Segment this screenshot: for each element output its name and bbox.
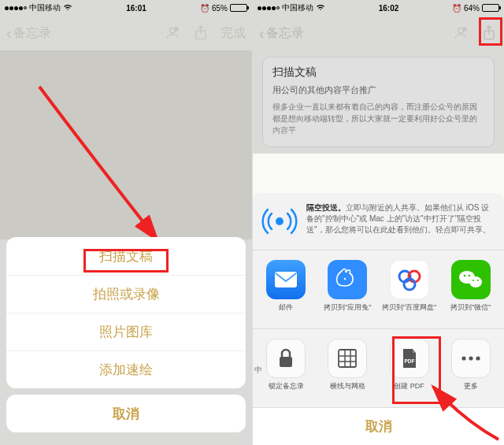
svg-point-21 bbox=[461, 356, 465, 360]
wifi-icon bbox=[63, 4, 72, 13]
action-label: 更多 bbox=[443, 382, 498, 399]
nav-bar: ‹ 备忘录 完成 bbox=[0, 16, 252, 50]
person-add-icon[interactable] bbox=[164, 24, 181, 42]
rabbit-icon bbox=[328, 260, 367, 299]
pdf-icon: PDF bbox=[390, 339, 429, 378]
note-subtitle: 用公司的其他内容平台推广 bbox=[272, 84, 484, 96]
more-icon bbox=[451, 339, 491, 378]
chevron-left-icon: ‹ bbox=[259, 24, 265, 43]
baidu-icon bbox=[390, 260, 429, 299]
action-sheet: 扫描文稿 拍照或录像 照片图库 添加速绘 取消 bbox=[6, 237, 246, 439]
mail-icon bbox=[266, 260, 306, 299]
svg-point-23 bbox=[476, 356, 480, 360]
svg-point-3 bbox=[458, 28, 464, 33]
battery-pct: 64% bbox=[464, 4, 480, 13]
action-more[interactable]: 更多 bbox=[443, 339, 498, 399]
grid-icon bbox=[328, 339, 367, 378]
svg-point-17 bbox=[477, 280, 479, 281]
action-label: 创建 PDF bbox=[382, 382, 437, 399]
app-row: 邮件 拷贝到"应用兔" 拷贝到"百度网盘" 拷贝到"微信" bbox=[253, 250, 504, 329]
app-label: 拷贝到"百度网盘" bbox=[382, 303, 437, 321]
signal-icon bbox=[258, 6, 280, 10]
action-lock[interactable]: 锁定备忘录 bbox=[258, 339, 313, 399]
carrier-label: 中国移动 bbox=[282, 2, 313, 13]
sheet-cancel[interactable]: 取消 bbox=[6, 395, 246, 432]
svg-rect-7 bbox=[275, 272, 297, 287]
svg-rect-18 bbox=[280, 357, 292, 367]
app-yingyongtu[interactable]: 拷贝到"应用兔" bbox=[320, 260, 375, 321]
back-label: 备忘录 bbox=[13, 25, 51, 42]
share-icon[interactable] bbox=[480, 24, 498, 42]
svg-point-22 bbox=[469, 356, 472, 360]
share-sheet: 隔空投送。立即与附近的人共享。如果他们从 iOS 设备的"控制中心"或 Mac … bbox=[253, 193, 504, 445]
airdrop-row[interactable]: 隔空投送。立即与附近的人共享。如果他们从 iOS 设备的"控制中心"或 Mac … bbox=[253, 193, 504, 250]
done-button[interactable]: 完成 bbox=[220, 25, 246, 42]
lock-icon bbox=[266, 339, 306, 378]
battery-icon bbox=[230, 4, 247, 12]
back-label: 备忘录 bbox=[266, 25, 304, 42]
signal-icon bbox=[5, 6, 27, 10]
status-bar: 中国移动 16:02 ⏰ 64% bbox=[253, 0, 504, 16]
cut-label: 中 bbox=[254, 365, 262, 376]
airdrop-icon bbox=[261, 202, 298, 240]
action-label: 锁定备忘录 bbox=[258, 382, 313, 399]
note-body: 很多企业一直以来都有着自己的内容，而注册公众号的原因都是想向移动端转型，所以大家… bbox=[272, 101, 484, 136]
note-preview: 扫描文稿 用公司的其他内容平台推广 很多企业一直以来都有着自己的内容，而注册公众… bbox=[262, 57, 495, 147]
chevron-left-icon: ‹ bbox=[6, 24, 12, 43]
app-label: 拷贝到"微信" bbox=[443, 303, 498, 321]
sheet-item-sketch[interactable]: 添加速绘 bbox=[6, 350, 246, 388]
svg-point-16 bbox=[472, 280, 474, 281]
carrier-label: 中国移动 bbox=[29, 2, 61, 13]
svg-rect-19 bbox=[339, 350, 356, 367]
alarm-icon: ⏰ bbox=[452, 4, 461, 13]
app-mail[interactable]: 邮件 bbox=[258, 260, 313, 321]
svg-point-8 bbox=[344, 278, 346, 280]
action-label: 横线与网格 bbox=[320, 382, 375, 399]
status-bar: 中国移动 16:01 ⏰ 65% bbox=[0, 0, 252, 16]
action-grid[interactable]: 横线与网格 bbox=[320, 339, 375, 399]
app-wechat[interactable]: 拷贝到"微信" bbox=[443, 260, 498, 321]
svg-text:PDF: PDF bbox=[404, 358, 414, 364]
note-area bbox=[0, 50, 252, 239]
back-button[interactable]: ‹ 备忘录 bbox=[259, 24, 304, 43]
sheet-item-camera[interactable]: 拍照或录像 bbox=[6, 275, 246, 313]
status-time: 16:01 bbox=[126, 4, 146, 13]
app-label: 邮件 bbox=[258, 303, 313, 321]
note-title: 扫描文稿 bbox=[272, 65, 484, 80]
share-icon[interactable] bbox=[192, 24, 209, 42]
wechat-icon bbox=[451, 260, 491, 299]
nav-bar: ‹ 备忘录 bbox=[253, 16, 504, 50]
alarm-icon: ⏰ bbox=[200, 4, 209, 13]
back-button[interactable]: ‹ 备忘录 bbox=[6, 24, 51, 43]
svg-point-6 bbox=[276, 217, 284, 225]
svg-point-15 bbox=[469, 275, 471, 277]
phone-left: 中国移动 16:01 ⏰ 65% ‹ 备忘录 完成 bbox=[0, 0, 252, 445]
svg-point-14 bbox=[464, 275, 466, 277]
status-time: 16:02 bbox=[379, 4, 399, 13]
svg-point-0 bbox=[170, 28, 176, 33]
action-pdf[interactable]: PDF 创建 PDF bbox=[382, 339, 437, 399]
person-add-icon[interactable] bbox=[452, 24, 469, 42]
battery-pct: 65% bbox=[212, 4, 228, 13]
sheet-item-scan[interactable]: 扫描文稿 bbox=[6, 237, 246, 275]
phone-right: 中国移动 16:02 ⏰ 64% ‹ 备忘录 扫描文稿 用公司的其他内容平台推广 bbox=[252, 0, 504, 445]
battery-icon bbox=[482, 4, 499, 12]
sheet-item-photos[interactable]: 照片图库 bbox=[6, 313, 246, 350]
action-row: 中 锁定备忘录 横线与网格 PDF 创建 PDF bbox=[253, 329, 504, 407]
wifi-icon bbox=[316, 4, 325, 13]
airdrop-text: 隔空投送。立即与附近的人共享。如果他们从 iOS 设备的"控制中心"或 Mac … bbox=[306, 202, 496, 240]
app-baidu[interactable]: 拷贝到"百度网盘" bbox=[382, 260, 437, 321]
share-cancel[interactable]: 取消 bbox=[253, 407, 504, 445]
svg-point-13 bbox=[469, 276, 482, 287]
app-label: 拷贝到"应用兔" bbox=[320, 303, 375, 321]
